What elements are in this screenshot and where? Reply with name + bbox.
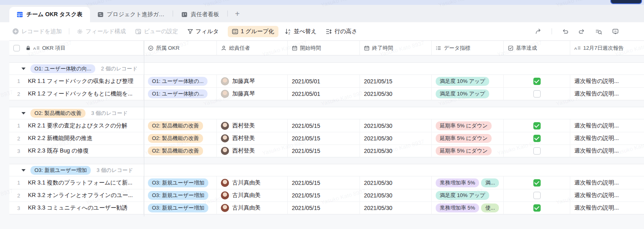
cell-okr-item[interactable]: 1 KR 3.1 複数のプラットフォームにて新... bbox=[9, 176, 144, 189]
cell-start-date[interactable]: 2021/05/15 bbox=[288, 132, 360, 144]
cell-baseline-check[interactable] bbox=[504, 119, 570, 132]
cell-parent-okr[interactable]: O2: 製品機能の改善 bbox=[144, 132, 217, 144]
cell-parent-okr[interactable]: O3: 新規ユーザー増加 bbox=[144, 189, 217, 201]
baseline-checkbox[interactable] bbox=[533, 179, 541, 187]
column-header-parent-okr[interactable]: 所属 OKR bbox=[144, 41, 217, 55]
baseline-checkbox[interactable] bbox=[533, 204, 541, 212]
cell-start-date[interactable]: 2021/05/15 bbox=[288, 119, 360, 132]
cell-end-date[interactable]: 2021/05/30 bbox=[360, 132, 432, 144]
cell-weekly-report[interactable]: 週次報告の説明... bbox=[570, 132, 644, 144]
add-record-button[interactable]: レコードを追加 bbox=[12, 28, 62, 35]
sort-button[interactable]: A Z 並べ替え bbox=[285, 28, 317, 35]
cell-weekly-report[interactable]: 週次報告の説明... bbox=[570, 88, 644, 100]
cell-end-date[interactable]: 2021/05/30 bbox=[360, 119, 432, 132]
cell-start-date[interactable]: 2021/05/15 bbox=[288, 189, 360, 201]
cell-weekly-report[interactable]: 週次報告の説明... bbox=[570, 189, 644, 201]
field-config-button[interactable]: フィールド構成 bbox=[77, 28, 126, 35]
cell-end-date[interactable]: 2021/05/30 bbox=[360, 176, 432, 189]
cell-metrics[interactable]: 満足度 10% アップ bbox=[432, 75, 504, 87]
cell-start-date[interactable]: 2021/05/01 bbox=[288, 88, 360, 100]
cell-end-date[interactable]: 2021/05/15 bbox=[360, 75, 432, 87]
table-row[interactable]: 1 KR 2.1 要求の査定およびタスクの分解 O2: 製品機能の改善 西村登美… bbox=[9, 119, 644, 132]
cell-metrics[interactable]: 延期率 5% にダウン bbox=[432, 132, 504, 144]
table-row[interactable]: 3 KR 3.3 コミュニティへのユーザー勧誘 O3: 新規ユーザー増加 古川真… bbox=[9, 201, 644, 214]
cell-baseline-check[interactable] bbox=[504, 176, 570, 189]
cell-baseline-check[interactable] bbox=[504, 75, 570, 87]
cell-owner[interactable]: 西村登美 bbox=[217, 132, 288, 144]
cell-owner[interactable]: 古川真由美 bbox=[217, 176, 288, 189]
select-all-checkbox[interactable] bbox=[13, 45, 20, 51]
column-header-metrics[interactable]: データ指標 bbox=[432, 41, 504, 55]
cell-owner[interactable]: 加藤真琴 bbox=[217, 88, 288, 100]
baseline-checkbox[interactable] bbox=[533, 90, 541, 98]
cell-owner[interactable]: 西村登美 bbox=[217, 145, 288, 157]
cell-metrics[interactable]: 延期率 5% にダウン bbox=[432, 119, 504, 132]
cell-okr-item[interactable]: 3 KR 2.3 既存 Bug の修復 bbox=[9, 145, 144, 157]
collapse-triangle-icon[interactable] bbox=[21, 169, 26, 172]
cell-weekly-report[interactable]: 週次報告の説明... bbox=[570, 202, 644, 214]
cell-metrics[interactable]: 満足度 10% アップ bbox=[432, 88, 504, 100]
cell-end-date[interactable]: 2021/05/30 bbox=[360, 145, 432, 157]
view-settings-button[interactable]: ビューの設定 bbox=[135, 28, 178, 35]
search-records-button[interactable] bbox=[595, 28, 602, 35]
cell-parent-okr[interactable]: O1: ユーザー体験の... bbox=[144, 88, 217, 100]
row-height-button[interactable]: 行の高さ bbox=[325, 28, 357, 35]
column-header-end-date[interactable]: 終了時間 bbox=[360, 41, 432, 55]
cell-weekly-report[interactable]: 週次報告の説明... bbox=[570, 119, 644, 132]
baseline-checkbox[interactable] bbox=[533, 135, 541, 142]
cell-weekly-report[interactable]: 週次報告の説明... bbox=[570, 176, 644, 189]
cell-metrics[interactable]: 満足度 10% アップ bbox=[432, 189, 504, 201]
cell-metrics[interactable]: 業務増加率 5%満... bbox=[432, 176, 504, 189]
cell-baseline-check[interactable] bbox=[504, 88, 570, 100]
share-button[interactable] bbox=[535, 28, 542, 35]
group-by-button[interactable]: 1 グループ化 bbox=[228, 26, 278, 37]
window-corner-button[interactable] bbox=[610, 0, 642, 4]
cell-start-date[interactable]: 2021/05/15 bbox=[288, 176, 360, 189]
table-row[interactable]: 1 KR 3.1 複数のプラットフォームにて新... O3: 新規ユーザー増加 … bbox=[9, 176, 644, 189]
filter-button[interactable]: フィルタ bbox=[187, 28, 219, 35]
cell-okr-item[interactable]: 2 KR 1.2 フィードバックをもとに機能を... bbox=[9, 88, 144, 100]
cell-owner[interactable]: 加藤真琴 bbox=[217, 75, 288, 87]
group-header[interactable]: O1: ユーザー体験の向... 2 個のレコード bbox=[9, 63, 644, 75]
cell-okr-item[interactable]: 2 KR 2.2 新機能開発の推進 bbox=[9, 132, 144, 144]
cell-end-date[interactable]: 2021/05/30 bbox=[360, 88, 432, 100]
cell-baseline-check[interactable] bbox=[504, 189, 570, 201]
add-view-button[interactable]: + bbox=[229, 6, 246, 21]
cell-start-date[interactable]: 2021/05/15 bbox=[288, 145, 360, 157]
cell-end-date[interactable]: 2021/05/30 bbox=[360, 189, 432, 201]
baseline-checkbox[interactable] bbox=[533, 122, 541, 129]
cell-parent-okr[interactable]: O2: 製品機能の改善 bbox=[144, 145, 217, 157]
comment-button[interactable] bbox=[612, 28, 619, 35]
cell-okr-item[interactable]: 2 KR 3.2 オンラインとオフラインのユー... bbox=[9, 189, 144, 201]
table-row[interactable]: 2 KR 3.2 オンラインとオフラインのユー... O3: 新規ユーザー増加 … bbox=[9, 189, 644, 201]
baseline-checkbox[interactable] bbox=[533, 192, 541, 199]
collapse-triangle-icon[interactable] bbox=[21, 112, 26, 114]
column-header-baseline[interactable]: 基準達成 bbox=[504, 41, 570, 55]
baseline-checkbox[interactable] bbox=[533, 147, 541, 155]
cell-weekly-report[interactable]: 週次報告の説明... bbox=[570, 145, 644, 157]
cell-weekly-report[interactable]: 週次報告の説明... bbox=[570, 75, 644, 87]
column-header-weekly-report[interactable]: A 12月7日週次報告 bbox=[570, 41, 644, 55]
cell-owner[interactable]: 古川真由美 bbox=[217, 202, 288, 214]
cell-okr-item[interactable]: 1 KR 1.1 フィードバックの収集および整理 bbox=[9, 75, 144, 87]
baseline-checkbox[interactable] bbox=[533, 78, 541, 85]
tab-project-progress[interactable]: プロジェクト進捗ガ… bbox=[90, 7, 172, 22]
group-header[interactable]: O2: 製品機能の改善 3 個のレコード bbox=[9, 107, 644, 119]
cell-start-date[interactable]: 2021/05/15 bbox=[288, 202, 360, 214]
column-header-owner[interactable]: 総責任者 bbox=[217, 41, 288, 55]
cell-baseline-check[interactable] bbox=[504, 132, 570, 144]
column-header-okr-item[interactable]: A OKR 項目 bbox=[9, 41, 144, 55]
redo-button[interactable] bbox=[578, 28, 585, 35]
table-row[interactable]: 2 KR 1.2 フィードバックをもとに機能を... O1: ユーザー体験の..… bbox=[9, 87, 644, 100]
table-row[interactable]: 2 KR 2.2 新機能開発の推進 O2: 製品機能の改善 西村登美 2021/… bbox=[9, 132, 644, 144]
cell-metrics[interactable]: 延期率 5% にダウン bbox=[432, 145, 504, 157]
cell-owner[interactable]: 西村登美 bbox=[217, 119, 288, 132]
cell-start-date[interactable]: 2021/05/01 bbox=[288, 75, 360, 87]
tab-team-okr-table[interactable]: チーム OKR タスク表 bbox=[9, 7, 90, 22]
cell-owner[interactable]: 古川真由美 bbox=[217, 189, 288, 201]
table-row[interactable]: 1 KR 1.1 フィードバックの収集および整理 O1: ユーザー体験の... … bbox=[9, 75, 644, 87]
tab-owner-kanban[interactable]: 責任者看板 bbox=[174, 7, 227, 22]
cell-metrics[interactable]: 業務増加率 5%使... bbox=[432, 202, 504, 214]
column-header-start-date[interactable]: 開始時間 bbox=[288, 41, 360, 55]
cell-baseline-check[interactable] bbox=[504, 202, 570, 214]
